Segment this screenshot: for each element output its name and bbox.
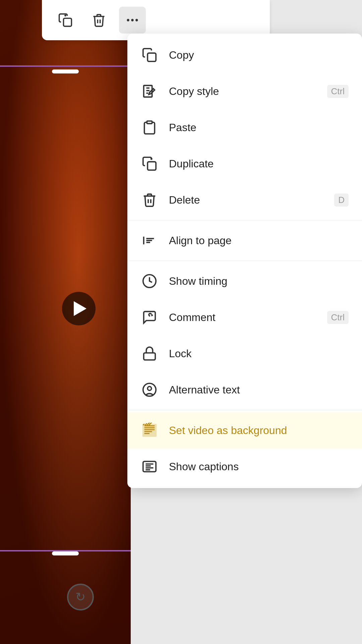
- copy-label: Copy: [169, 49, 349, 61]
- svg-rect-6: [147, 53, 156, 61]
- clock-icon: [141, 272, 158, 290]
- svg-point-20: [147, 386, 152, 390]
- play-button[interactable]: [62, 292, 96, 325]
- more-options-icon: [125, 13, 140, 28]
- menu-item-align[interactable]: Align to page: [127, 222, 362, 259]
- captions-icon: [141, 458, 158, 475]
- alt-text-icon: [141, 381, 158, 398]
- video-bg-icon: [141, 422, 158, 439]
- menu-item-video-bg[interactable]: Set video as background: [127, 412, 362, 448]
- duplicate-toolbar-icon: [58, 13, 73, 28]
- menu-item-delete[interactable]: Delete D: [127, 182, 362, 218]
- paste-icon: [141, 119, 158, 136]
- handle-bottom[interactable]: [52, 551, 79, 555]
- menu-item-lock[interactable]: Lock: [127, 335, 362, 372]
- menu-item-paste[interactable]: Paste: [127, 109, 362, 146]
- video-area: ↻: [0, 0, 131, 644]
- alt-text-label: Alternative text: [169, 384, 349, 396]
- comment-shortcut: Ctrl: [327, 311, 349, 324]
- copy-style-shortcut: Ctrl: [327, 85, 349, 98]
- more-options-button[interactable]: [119, 7, 146, 34]
- refresh-button[interactable]: ↻: [67, 584, 94, 610]
- svg-point-3: [127, 19, 129, 21]
- menu-item-copy[interactable]: Copy: [127, 37, 362, 73]
- comment-label: Comment: [169, 311, 316, 324]
- divider-2: [127, 261, 362, 261]
- svg-line-17: [152, 315, 153, 316]
- comment-icon: [141, 309, 158, 326]
- show-timing-label: Show timing: [169, 275, 349, 287]
- menu-item-copy-style[interactable]: Copy style Ctrl: [127, 73, 362, 109]
- menu-item-alt-text[interactable]: Alternative text: [127, 372, 362, 408]
- lock-icon: [141, 345, 158, 362]
- duplicate-label: Duplicate: [169, 158, 349, 170]
- refresh-icon: ↻: [75, 590, 85, 604]
- duplicate-icon: [141, 155, 158, 172]
- copy-style-icon: [141, 83, 158, 100]
- handle-top[interactable]: [52, 69, 79, 73]
- svg-point-4: [131, 19, 133, 21]
- delete-icon: [141, 191, 158, 209]
- svg-rect-8: [147, 121, 152, 124]
- delete-label: Delete: [169, 194, 323, 206]
- duplicate-button[interactable]: [52, 7, 79, 34]
- play-icon: [74, 301, 86, 316]
- delete-toolbar-icon: [92, 13, 106, 28]
- video-bg-label: Set video as background: [169, 424, 349, 437]
- paste-label: Paste: [169, 121, 349, 134]
- delete-shortcut: D: [334, 194, 349, 207]
- divider-3: [127, 410, 362, 410]
- menu-item-captions[interactable]: Show captions: [127, 448, 362, 485]
- menu-item-comment[interactable]: Comment Ctrl: [127, 299, 362, 335]
- video-overlay: [0, 0, 131, 644]
- context-menu: Copy Copy style Ctrl Paste: [127, 34, 362, 488]
- svg-rect-0: [64, 18, 72, 26]
- align-icon: [141, 232, 158, 249]
- menu-item-duplicate[interactable]: Duplicate: [127, 146, 362, 182]
- copy-style-label: Copy style: [169, 85, 316, 98]
- menu-item-show-timing[interactable]: Show timing: [127, 263, 362, 299]
- copy-icon: [141, 46, 158, 64]
- divider-1: [127, 220, 362, 220]
- lock-label: Lock: [169, 347, 349, 360]
- svg-rect-18: [144, 353, 156, 360]
- delete-button[interactable]: [85, 7, 112, 34]
- align-label: Align to page: [169, 234, 349, 247]
- svg-point-5: [135, 19, 138, 21]
- svg-rect-9: [147, 162, 156, 170]
- captions-label: Show captions: [169, 461, 349, 473]
- video-border-top: [0, 65, 131, 67]
